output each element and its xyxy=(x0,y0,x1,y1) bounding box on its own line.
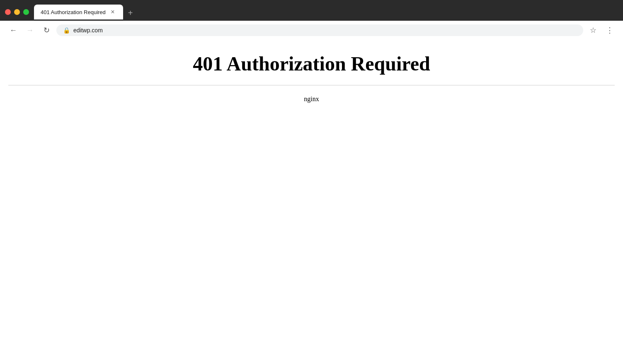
back-button[interactable]: ← xyxy=(7,24,20,37)
lock-icon: 🔒 xyxy=(63,27,70,34)
menu-button[interactable]: ⋮ xyxy=(603,24,616,37)
close-tab-button[interactable]: × xyxy=(109,8,116,16)
server-label: nginx xyxy=(304,95,319,103)
window-controls xyxy=(5,9,29,15)
address-bar-row: ← → ↻ 🔒 ☆ ⋮ xyxy=(0,21,623,40)
forward-button[interactable]: → xyxy=(23,24,36,37)
new-tab-button[interactable]: + xyxy=(125,7,136,19)
reload-button[interactable]: ↻ xyxy=(40,24,53,37)
page-content: 401 Authorization Required nginx xyxy=(0,40,623,364)
title-bar: 401 Authorization Required × + xyxy=(0,0,623,21)
close-window-button[interactable] xyxy=(5,9,11,15)
address-input[interactable] xyxy=(73,27,577,34)
error-heading: 401 Authorization Required xyxy=(193,52,430,75)
tab-bar: 401 Authorization Required × + xyxy=(34,5,618,19)
minimize-window-button[interactable] xyxy=(14,9,20,15)
active-tab[interactable]: 401 Authorization Required × xyxy=(34,5,123,19)
tab-title: 401 Authorization Required xyxy=(41,9,106,15)
maximize-window-button[interactable] xyxy=(23,9,29,15)
bookmark-button[interactable]: ☆ xyxy=(587,24,600,37)
browser-chrome: 401 Authorization Required × + ← → ↻ 🔒 ☆… xyxy=(0,0,623,40)
address-input-wrapper: 🔒 xyxy=(56,24,583,36)
divider xyxy=(8,85,615,85)
